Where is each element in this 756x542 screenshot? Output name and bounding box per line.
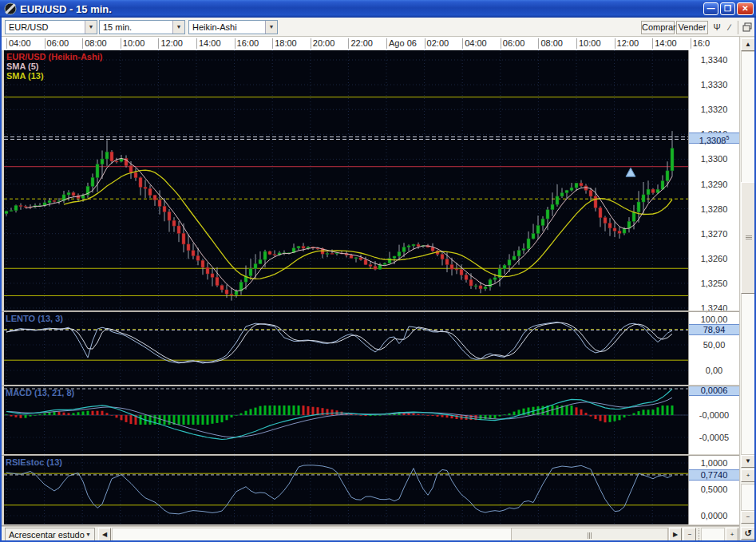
time-tick: [348, 38, 349, 49]
sell-button[interactable]: Vender: [676, 21, 708, 34]
interval-select-value: 15 min.: [100, 22, 172, 32]
axis-tick-label: 1,3330: [689, 80, 739, 90]
axis-tick-label: 1,3290: [689, 180, 739, 190]
toolbar: EUR/USD ▼ 15 min. ▼ Heikin-Ashi ▼ Compra…: [0, 18, 756, 37]
close-button[interactable]: ✕: [737, 2, 754, 15]
vzoom-track[interactable]: [741, 484, 755, 511]
app-icon: [4, 2, 17, 15]
time-tick: [576, 38, 577, 49]
time-tick-label: 12:00: [160, 38, 183, 48]
time-tick: [311, 38, 311, 49]
chart-style-select-value: Heikin-Ashi: [189, 22, 265, 32]
stoch-panel-canvas[interactable]: [4, 312, 688, 385]
macd-panel-canvas[interactable]: [4, 386, 688, 454]
chart-window: EUR/USD - 15 min. — ❐ ✕ EUR/USD ▼ 15 min…: [0, 0, 756, 542]
minimize-button[interactable]: —: [703, 2, 718, 15]
window-border-left: [0, 18, 2, 542]
interval-select[interactable]: 15 min. ▼: [99, 20, 185, 34]
axis-tick-label: 1,3300: [689, 154, 739, 164]
time-tick-label: 06:00: [503, 38, 525, 48]
time-tick: [6, 38, 7, 49]
chevron-down-icon[interactable]: ▼: [85, 21, 97, 34]
axis-tick-label: 1,3280: [689, 204, 739, 215]
add-study-select[interactable]: Acrescentar estudo ▼: [5, 528, 95, 541]
time-tick-label: 16:0: [693, 38, 710, 48]
thumb-grip: [588, 532, 592, 539]
rsi-value-badge: 0,7740: [689, 469, 739, 481]
time-tick-label: 06:00: [47, 38, 69, 48]
axis-tick-label: 0,5000: [689, 485, 739, 495]
symbol-select[interactable]: EUR/USD ▼: [5, 20, 97, 34]
time-tick: [425, 38, 425, 49]
chevron-down-icon[interactable]: ▼: [265, 21, 277, 34]
axis-tick-label: 0,00: [689, 366, 739, 376]
panel-splitter[interactable]: [0, 524, 739, 526]
splitter-handle[interactable]: [699, 528, 699, 540]
time-tick: [121, 38, 121, 49]
symbol-select-value: EUR/USD: [6, 22, 85, 32]
vzoom-out-button[interactable]: −: [741, 511, 755, 524]
chart-legend: EUR/USD (Heikin-Ashi) SMA (5) SMA (13): [6, 52, 102, 81]
buy-button[interactable]: Comprar: [641, 21, 675, 34]
time-tick-label: 14:00: [199, 38, 221, 48]
panel-splitter[interactable]: [0, 385, 739, 386]
time-tick-label: 02:00: [427, 38, 449, 48]
time-tick: [45, 38, 46, 49]
axis-tick-label: 1,3320: [689, 105, 739, 115]
hzoom-in-button[interactable]: +: [726, 528, 738, 541]
time-tick-label: 18:00: [275, 38, 297, 48]
vertical-scrollbar: ▲ ▼ + − ↺: [739, 37, 756, 542]
legend-item-sma13: SMA (13): [6, 71, 102, 81]
hzoom-track[interactable]: [701, 528, 725, 541]
vertical-scrollbar-thumb[interactable]: [741, 182, 755, 294]
scroll-down-icon[interactable]: ▼: [741, 455, 755, 468]
panel-label-macd: MACD (13, 21, 8): [6, 388, 74, 398]
scroll-right-icon[interactable]: ▶: [669, 528, 682, 541]
pointer-tool-icon[interactable]: Ψ: [710, 21, 723, 34]
axis-tick-label: 1,3240: [689, 303, 739, 314]
axis-tick-label: 100,00: [689, 315, 739, 325]
axis-tick-label: 1,3260: [689, 254, 739, 264]
window-titlebar[interactable]: EUR/USD - 15 min. — ❐ ✕: [0, 0, 756, 18]
time-tick-label: 10:00: [579, 38, 601, 48]
chart-style-select[interactable]: Heikin-Ashi ▼: [188, 20, 278, 34]
time-tick-label: 22:00: [350, 38, 373, 48]
time-tick-label: 08:00: [540, 38, 563, 48]
cascade-windows-icon[interactable]: [741, 21, 754, 34]
bottom-bar: Acrescentar estudo ▼ ◀ ▶ − +: [0, 526, 739, 542]
axis-tick-label: -0,0005: [689, 433, 739, 443]
legend-item-symbol: EUR/USD (Heikin-Ashi): [6, 52, 102, 61]
time-tick: [235, 38, 236, 49]
axis-tick-label: 0,0000: [689, 511, 739, 521]
chevron-down-icon: ▼: [85, 532, 94, 537]
time-tick: [652, 38, 653, 49]
scroll-left-icon[interactable]: ◀: [98, 528, 111, 541]
panel-splitter[interactable]: [0, 311, 739, 312]
window-title: EUR/USD - 15 min.: [20, 3, 702, 15]
vzoom-in-button[interactable]: +: [741, 469, 755, 482]
reset-view-button[interactable]: ↺: [741, 527, 755, 540]
rsi-panel-canvas[interactable]: [4, 456, 688, 524]
time-tick-label: 10:00: [123, 38, 145, 48]
time-tick: [538, 38, 539, 49]
axis-tick-label: 50,00: [689, 340, 739, 350]
time-tick-label: 12:00: [617, 38, 639, 48]
scroll-up-icon[interactable]: ▲: [741, 38, 755, 51]
thumb-grip: [746, 235, 752, 239]
time-tick-label: 16:00: [237, 38, 259, 48]
price-chart-canvas[interactable]: [4, 50, 688, 311]
restore-button[interactable]: ❐: [720, 2, 735, 15]
axis-tick-label: 1,3340: [689, 55, 739, 65]
axis-tick-label: 1,0000: [689, 458, 739, 469]
time-tick: [462, 38, 463, 49]
horizontal-scrollbar-thumb[interactable]: [511, 528, 668, 541]
line-tool-icon[interactable]: ∕: [723, 21, 736, 34]
chevron-down-icon[interactable]: ▼: [172, 21, 184, 34]
panel-splitter[interactable]: [0, 454, 739, 456]
hzoom-out-button[interactable]: −: [683, 528, 696, 541]
time-tick-label: 04:00: [9, 38, 31, 48]
time-tick: [501, 38, 501, 49]
panel-label-rsi: RSIEstoc (13): [6, 457, 62, 467]
axis-tick-label: 1,3270: [689, 229, 739, 239]
add-study-label: Acrescentar estudo: [6, 530, 85, 540]
